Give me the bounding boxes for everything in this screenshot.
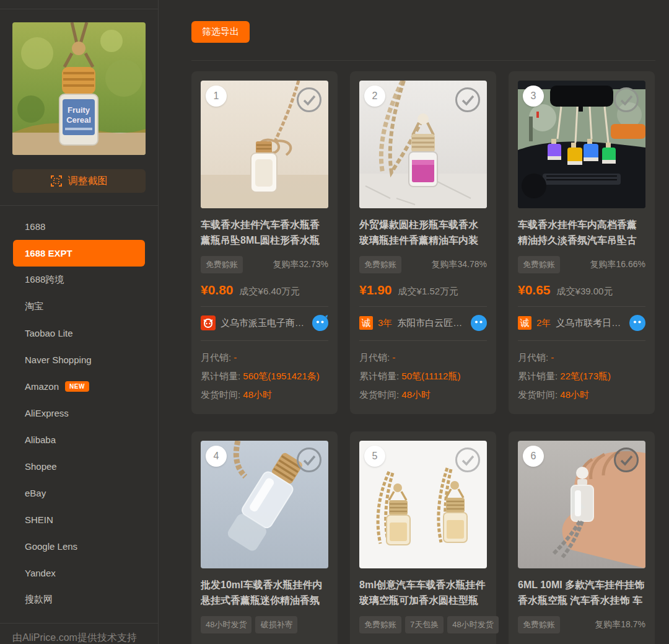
service-tags: 免费赊账 — [359, 256, 401, 273]
chat-icon[interactable] — [629, 315, 645, 331]
seller-row[interactable]: 诚 2年 义乌市联考日用品有... — [518, 314, 645, 332]
new-badge: NEW — [65, 381, 89, 392]
stat-delivery-time: 发货时间: 48小时 — [201, 386, 328, 404]
sidebar-item-shopee[interactable]: Shopee — [13, 453, 145, 480]
sidebar-item-1688[interactable]: 1688 — [13, 213, 145, 240]
crop-icon — [51, 175, 62, 187]
deal-amount: 成交¥6.40万元 — [240, 286, 300, 298]
stat-total-sales: 累计销量: 22笔(173瓶) — [518, 367, 645, 386]
product-card: 3 车载香水挂件车内高档香薰精油持久淡香氛汽车吊坠古龙男女... 免费赊账 复购… — [509, 71, 655, 414]
product-grid: 1 车载香水挂件汽车香水瓶香薰瓶吊坠8ML圆柱形香水瓶挂件定... 免费赊账 复… — [191, 71, 655, 644]
sidebar-item-soukuanwang[interactable]: 搜款网 — [13, 586, 145, 613]
product-image[interactable]: 5 — [359, 441, 487, 568]
product-image[interactable]: 2 — [359, 81, 487, 208]
card-divider — [359, 340, 487, 341]
select-check-icon[interactable] — [296, 87, 322, 113]
meta-row: 免费赊账 复购率34.78% — [359, 256, 487, 273]
service-tag: 破损补寄 — [255, 616, 297, 633]
sidebar-item-1688-expt[interactable]: 1688 EXPT — [13, 240, 145, 267]
sidebar-item-naver-shopping[interactable]: Naver Shopping — [13, 346, 145, 373]
sidebar-item-shein[interactable]: SHEIN — [13, 506, 145, 533]
select-check-icon[interactable] — [455, 447, 481, 473]
sidebar-item-taobao-lite[interactable]: Taobao Lite — [13, 320, 145, 346]
sidebar-item-taobao[interactable]: 淘宝 — [13, 293, 145, 320]
stat-total-sales: 累计销量: 560笔(1951421条) — [201, 367, 328, 386]
service-tag: 48小时发货 — [447, 616, 498, 633]
product-card: 2 外贸爆款圆柱形瓶车载香水玻璃瓶挂件香薰精油车内装饰品汽... 免费赊账 复购… — [350, 71, 496, 414]
product-image[interactable]: 1 — [201, 81, 328, 208]
seller-name: 东阳市白云匠辰电子... — [397, 317, 466, 329]
select-check-icon[interactable] — [296, 447, 322, 473]
sidebar-item-ebay[interactable]: eBay — [13, 480, 145, 506]
price-row: ¥0.80 成交¥6.40万元 — [201, 283, 328, 298]
rank-badge: 2 — [364, 86, 385, 107]
product-title[interactable]: 8ml创意汽车车载香水瓶挂件玻璃空瓶可加香水圆柱型瓶子礼... — [359, 577, 487, 608]
sidebar-item-aliexpress[interactable]: AliExpress — [13, 400, 145, 426]
chat-icon[interactable] — [312, 315, 328, 331]
select-check-icon[interactable] — [455, 87, 481, 113]
rank-badge: 3 — [523, 86, 544, 107]
platform-menu: 1688 1688 EXPT 1688跨境 淘宝 Taobao Lite Nav… — [0, 206, 158, 613]
product-title[interactable]: 外贸爆款圆柱形瓶车载香水玻璃瓶挂件香薰精油车内装饰品汽... — [359, 217, 487, 248]
rank-badge: 4 — [206, 446, 227, 467]
select-check-icon[interactable] — [613, 447, 639, 473]
stats: 月代销: - 累计销量: 560笔(1951421条) 发货时间: 48小时 — [201, 348, 328, 404]
product-card: 6 6ML 10MI 多款汽车挂件挂饰香水瓶空瓶 汽车香水挂饰 车载挂... 免… — [509, 431, 655, 644]
card-divider — [201, 340, 328, 341]
service-tag: 免费赊账 — [359, 616, 401, 633]
seller-row[interactable]: 义乌市派玉电子商务商行 — [201, 314, 328, 332]
repurchase-rate: 复购率18.7% — [595, 619, 645, 630]
rank-badge: 5 — [364, 446, 385, 467]
sidebar-item-1688-crossborder[interactable]: 1688跨境 — [13, 267, 145, 293]
meta-row: 免费赊账 7天包换 48小时发货 — [359, 616, 487, 633]
filter-export-button[interactable]: 筛选导出 — [191, 21, 250, 43]
sidebar-top-divider — [0, 9, 158, 9]
service-tags: 免费赊账 — [201, 256, 243, 273]
seller-years: 2年 — [536, 317, 551, 329]
seller-name: 义乌市派玉电子商务商行 — [221, 317, 307, 329]
sidebar-item-yandex[interactable]: Yandex — [13, 560, 145, 586]
deal-amount: 成交¥39.00元 — [557, 286, 613, 298]
stats: 月代销: - 累计销量: 50笔(11112瓶) 发货时间: 48小时 — [359, 348, 487, 404]
seller-row[interactable]: 诚 3年 东阳市白云匠辰电子... — [359, 314, 487, 332]
chat-icon[interactable] — [471, 315, 487, 331]
price: ¥0.65 — [518, 283, 551, 298]
rank-badge: 1 — [206, 86, 227, 107]
product-title[interactable]: 批发10ml车载香水瓶挂件内悬挂式香薰瓶迷你精油香氛瓶香... — [201, 577, 328, 608]
select-check-icon[interactable] — [613, 87, 639, 113]
seller-years: 3年 — [378, 317, 392, 329]
service-tag: 免费赊账 — [518, 256, 560, 273]
rank-badge: 6 — [523, 446, 544, 467]
card-divider — [518, 306, 645, 307]
sidebar-item-google-lens[interactable]: Google Lens — [13, 533, 145, 560]
product-card: 4 批发10ml车载香水瓶挂件内悬挂式香薰瓶迷你精油香氛瓶香... 48小时发货… — [191, 431, 338, 644]
adjust-screenshot-label: 调整截图 — [68, 175, 108, 188]
chengxintong-badge: 诚 — [359, 316, 373, 330]
adjust-screenshot-button[interactable]: 调整截图 — [12, 169, 146, 193]
service-tag: 7天包换 — [405, 616, 444, 633]
price: ¥0.80 — [201, 283, 234, 298]
card-divider — [201, 306, 328, 307]
product-title[interactable]: 车载香水挂件汽车香水瓶香薰瓶吊坠8ML圆柱形香水瓶挂件定... — [201, 217, 328, 248]
meta-row: 48小时发货 破损补寄 — [201, 616, 328, 633]
chengxintong-badge: 诚 — [518, 316, 531, 330]
stat-monthly-consign: 月代销: - — [201, 348, 328, 367]
meta-row: 免费赊账 复购率18.7% — [518, 616, 645, 633]
stat-delivery-time: 发货时间: 48小时 — [518, 386, 645, 404]
product-title[interactable]: 车载香水挂件车内高档香薰精油持久淡香氛汽车吊坠古龙男女... — [518, 217, 645, 248]
product-image[interactable]: 3 — [518, 81, 645, 208]
price-row: ¥0.65 成交¥39.00元 — [518, 283, 645, 298]
stat-delivery-time: 发货时间: 48小时 — [359, 386, 487, 404]
query-image: Fruity Cereal — [12, 22, 146, 155]
card-divider — [359, 306, 487, 307]
price-row: ¥1.90 成交¥1.52万元 — [359, 283, 487, 298]
stat-monthly-consign: 月代销: - — [359, 348, 487, 367]
service-tags: 免费赊账 — [518, 256, 560, 273]
sidebar-item-amazon[interactable]: Amazon NEW — [13, 373, 145, 400]
repurchase-rate: 复购率34.78% — [432, 259, 487, 270]
repurchase-rate: 复购率16.66% — [590, 259, 645, 270]
sidebar-item-alibaba[interactable]: Alibaba — [13, 426, 145, 453]
product-image[interactable]: 4 — [201, 441, 328, 568]
product-title[interactable]: 6ML 10MI 多款汽车挂件挂饰香水瓶空瓶 汽车香水挂饰 车载挂... — [518, 577, 645, 608]
product-image[interactable]: 6 — [518, 441, 645, 568]
